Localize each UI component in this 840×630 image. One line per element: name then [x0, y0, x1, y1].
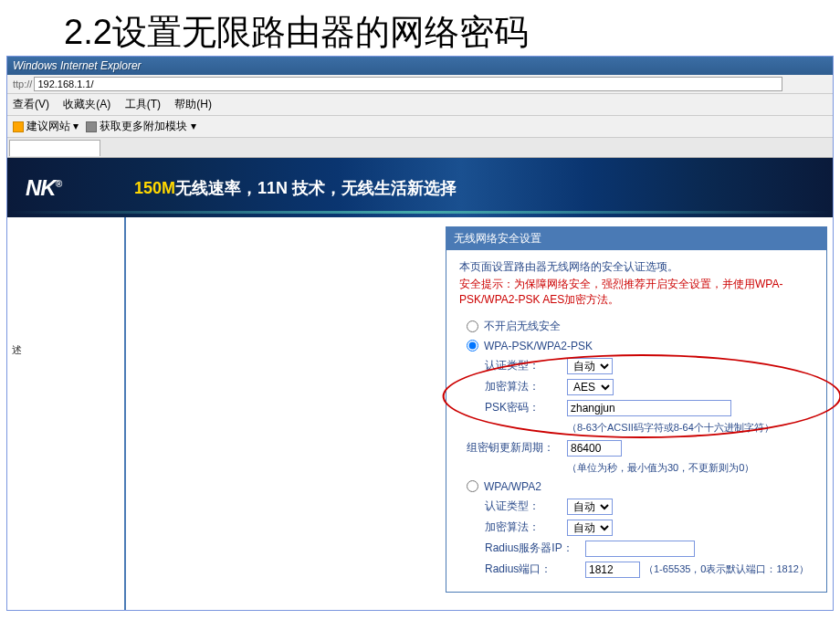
field-auth-type-2: 认证类型： 自动	[485, 499, 814, 515]
group-key-label: 组密钥更新周期：	[467, 440, 567, 456]
sidebar: 述	[7, 217, 126, 610]
field-radius-port: Radius端口： （1-65535，0表示默认端口：1812）	[485, 562, 814, 578]
link-addons-label: 获取更多附加模块 ▾	[100, 120, 195, 132]
radius-ip-input[interactable]	[585, 541, 695, 557]
slogan-highlight: 150M	[134, 179, 175, 197]
auth-type-select[interactable]: 自动	[567, 358, 613, 374]
panel-description: 本页面设置路由器无线网络的安全认证选项。	[459, 259, 814, 275]
panel-warning: 安全提示：为保障网络安全，强烈推荐开启安全设置，并使用WPA-PSK/WPA2-…	[459, 277, 814, 308]
radio-wpa-label: WPA/WPA2	[484, 480, 541, 493]
router-banner: NK® 150M无线速率，11N 技术，无线生活新选择	[7, 158, 833, 217]
addr-prefix: ttp://	[13, 79, 32, 89]
browser-tab[interactable]	[9, 140, 100, 156]
field-encryption: 加密算法： AES	[485, 379, 814, 395]
star-icon	[13, 121, 24, 132]
radio-row-wpapsk: WPA-PSK/WPA2-PSK	[459, 340, 814, 352]
banner-decor	[7, 211, 833, 214]
link-suggested-sites[interactable]: 建议网站 ▾	[13, 119, 79, 134]
addon-icon	[86, 121, 97, 132]
menu-tools[interactable]: 工具(T)	[125, 98, 161, 110]
encryption-select[interactable]: AES	[567, 379, 614, 395]
router-slogan: 150M无线速率，11N 技术，无线生活新选择	[134, 177, 457, 199]
radio-row-wpa: WPA/WPA2	[459, 480, 814, 493]
radius-ip-label: Radius服务器IP：	[485, 541, 585, 556]
menu-bar: 查看(V) 收藏夹(A) 工具(T) 帮助(H)	[7, 94, 833, 116]
router-logo: NK®	[7, 175, 61, 201]
psk-hint: （8-63个ACSII码字符或8-64个十六进制字符）	[567, 421, 814, 435]
radius-port-input[interactable]	[585, 562, 640, 578]
address-bar: ttp://	[7, 75, 833, 94]
psk-password-label: PSK密码：	[485, 400, 567, 415]
links-bar: 建议网站 ▾ 获取更多附加模块 ▾	[7, 116, 833, 138]
radio-no-security[interactable]	[467, 320, 478, 332]
highlighted-region: 认证类型： 自动 加密算法： AES PSK密码：	[459, 358, 814, 416]
link-suggested-label: 建议网站 ▾	[26, 120, 79, 132]
sidebar-item-overview[interactable]: 述	[12, 341, 120, 360]
encryption-2-select[interactable]: 自动	[567, 520, 613, 536]
tab-bar	[7, 138, 833, 158]
link-get-addons[interactable]: 获取更多附加模块 ▾	[86, 119, 195, 134]
radius-port-label: Radius端口：	[485, 562, 585, 577]
panel-title: 无线网络安全设置	[446, 227, 826, 250]
address-input[interactable]	[34, 77, 782, 91]
auth-type-label: 认证类型：	[485, 358, 567, 373]
router-body: 述 无线网络安全设置 本页面设置路由器无线网络的安全认证选项。 安全提示：为保障…	[7, 217, 833, 610]
panel-body: 本页面设置路由器无线网络的安全认证选项。 安全提示：为保障网络安全，强烈推荐开启…	[446, 250, 826, 592]
ie-titlebar: Windows Internet Explorer	[7, 57, 833, 75]
radio-row-none: 不开启无线安全	[459, 319, 814, 334]
group-key-hint: （单位为秒，最小值为30，不更新则为0）	[567, 461, 814, 475]
main-content: 无线网络安全设置 本页面设置路由器无线网络的安全认证选项。 安全提示：为保障网络…	[126, 217, 833, 610]
field-encryption-2: 加密算法： 自动	[485, 520, 814, 536]
psk-password-input[interactable]	[567, 400, 731, 416]
radio-wpa[interactable]	[467, 480, 478, 492]
menu-favorites[interactable]: 收藏夹(A)	[63, 98, 110, 110]
radio-wpa-psk-label: WPA-PSK/WPA2-PSK	[484, 340, 593, 352]
menu-view[interactable]: 查看(V)	[13, 98, 49, 110]
auth-type-2-label: 认证类型：	[485, 499, 567, 514]
field-psk-password: PSK密码：	[485, 400, 814, 416]
radio-no-security-label: 不开启无线安全	[484, 319, 561, 334]
field-radius-ip: Radius服务器IP：	[485, 541, 814, 557]
slide-title: 2.2设置无限路由器的网络密码	[0, 0, 840, 56]
wireless-security-panel: 无线网络安全设置 本页面设置路由器无线网络的安全认证选项。 安全提示：为保障网络…	[446, 226, 827, 593]
group-key-input[interactable]	[567, 440, 622, 457]
radius-port-hint: （1-65535，0表示默认端口：1812）	[644, 562, 809, 576]
field-auth-type: 认证类型： 自动	[485, 358, 814, 374]
menu-help[interactable]: 帮助(H)	[174, 98, 212, 110]
field-group-key: 组密钥更新周期：	[467, 440, 814, 457]
slogan-text: 无线速率，11N 技术，无线生活新选择	[175, 179, 457, 197]
encryption-label: 加密算法：	[485, 379, 567, 394]
auth-type-2-select[interactable]: 自动	[567, 499, 613, 515]
encryption-2-label: 加密算法：	[485, 520, 567, 535]
radio-wpa-psk[interactable]	[467, 340, 478, 352]
ie-window: Windows Internet Explorer ttp:// 查看(V) 收…	[6, 56, 834, 611]
